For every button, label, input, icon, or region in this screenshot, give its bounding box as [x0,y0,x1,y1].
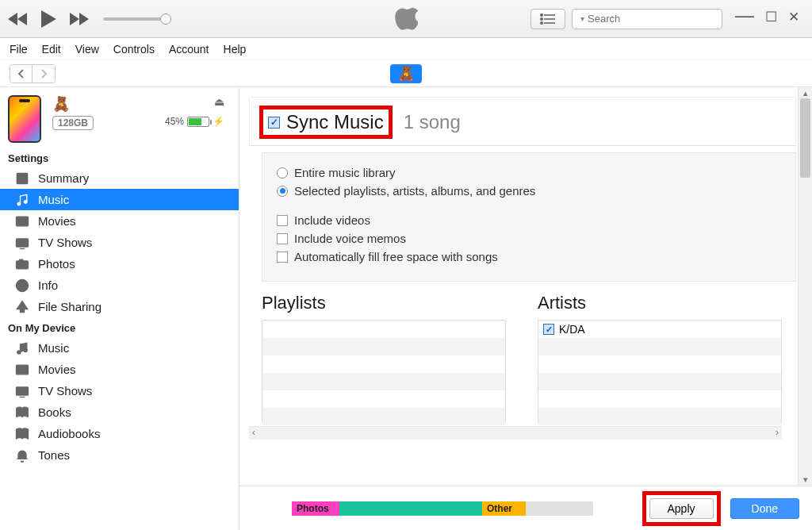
music-note-icon [14,340,30,356]
done-button[interactable]: Done [730,498,799,519]
playback-toolbar: ▾ — ☐ ✕ [0,0,812,38]
sync-music-title: Sync Music [286,111,384,133]
device-selector-button[interactable]: 🧸 [390,64,422,83]
window-minimize-button[interactable]: — [735,6,754,25]
scroll-down-icon[interactable]: ▾ [799,474,812,485]
volume-slider[interactable] [103,17,167,21]
books-icon [14,405,30,421]
search-field[interactable]: ▾ [572,9,722,29]
artists-heading: Artists [538,293,782,313]
next-track-button[interactable] [68,12,89,26]
summary-icon [14,171,30,186]
radio-entire-library[interactable] [277,167,288,179]
device-thumbnail-icon [8,95,41,143]
horizontal-scrollbar[interactable]: ‹› [249,426,782,440]
sidebar-item-device-books[interactable]: Books [0,401,239,423]
apple-logo-icon [394,6,418,33]
view-queue-button[interactable] [530,9,565,29]
svg-rect-27 [17,365,29,374]
storage-segment-photos: Photos [292,501,339,516]
previous-track-button[interactable] [8,12,29,26]
svg-point-4 [541,17,542,19]
window-close-button[interactable]: ✕ [788,10,799,24]
storage-segment-other: Other [482,501,526,516]
svg-point-26 [24,348,27,351]
footer-bar: Photos Other Apply Done [239,486,812,530]
storage-usage-bar: Photos Other [292,501,593,516]
radio-selected-playlists[interactable] [277,186,288,197]
sidebar-item-photos[interactable]: Photos [0,253,239,275]
vertical-scrollbar[interactable]: ▴ ▾ [798,87,812,486]
checkbox-include-videos-label: Include videos [294,213,370,227]
playlists-listbox[interactable] [262,320,506,423]
sidebar-item-info[interactable]: Info [0,275,239,296]
sidebar-item-filesharing[interactable]: File Sharing [0,296,239,317]
artists-listbox[interactable]: ✓ K/DA [538,320,782,423]
nav-forward-button[interactable] [33,65,55,83]
svg-point-20 [20,262,25,267]
menu-edit[interactable]: Edit [42,43,61,56]
sidebar-item-music[interactable]: Music [0,189,239,210]
svg-point-3 [541,13,542,15]
charging-icon: ⚡ [213,116,224,127]
scroll-left-icon[interactable]: ‹ [249,427,259,438]
svg-point-12 [17,202,21,205]
device-header: 🧸 128GB ⏏ 45% ⚡ [0,87,239,148]
menu-account[interactable]: Account [169,43,209,56]
nav-row: 🧸 [0,60,812,87]
filesharing-icon [14,299,30,315]
menu-view[interactable]: View [75,43,99,56]
sync-options-panel: Entire music library Selected playlists,… [262,152,796,282]
sidebar-item-device-tvshows[interactable]: TV Shows [0,380,239,401]
app-menu-bar: File Edit View Controls Account Help [0,38,812,60]
bell-icon [14,447,30,463]
svg-point-32 [25,430,27,432]
audiobooks-icon [14,426,30,442]
device-capacity-badge: 128GB [52,116,94,130]
checkbox-autofill[interactable] [277,252,288,263]
sidebar-item-device-audiobooks[interactable]: Audiobooks [0,423,239,444]
checkbox-autofill-label: Automatically fill free space with songs [294,250,498,263]
sync-music-header: ✓ Sync Music 1 song [249,97,796,146]
checkbox-include-videos[interactable] [277,215,288,226]
sidebar-item-summary[interactable]: Summary [0,167,239,189]
sync-music-checkbox[interactable]: ✓ [268,117,280,129]
camera-icon [14,256,30,272]
device-avatar-icon: 🧸 [52,95,94,113]
scroll-up-icon[interactable]: ▴ [799,88,812,98]
artist-checkbox[interactable]: ✓ [543,324,554,335]
sidebar-item-device-movies[interactable]: Movies [0,359,239,380]
menu-help[interactable]: Help [224,43,247,56]
svg-point-5 [541,21,542,23]
search-scope-chevron-icon[interactable]: ▾ [580,14,584,23]
battery-status: 45% ⚡ [165,116,224,127]
battery-icon [187,117,209,127]
play-button[interactable] [40,10,57,29]
sync-music-highlight: ✓ Sync Music [259,106,393,139]
playlists-heading: Playlists [262,293,506,313]
storage-segment-apps [339,501,482,516]
sidebar-item-tvshows[interactable]: TV Shows [0,232,239,253]
radio-entire-library-label: Entire music library [294,166,396,179]
sidebar-section-ondevice: On My Device [0,317,239,337]
tv-icon [14,235,30,251]
svg-point-24 [21,282,22,282]
device-avatar-icon: 🧸 [397,65,415,83]
search-input[interactable] [588,13,721,25]
eject-button[interactable]: ⏏ [214,95,224,108]
sidebar-item-device-music[interactable]: Music [0,337,239,359]
tv-icon [14,383,30,399]
list-item[interactable]: ✓ K/DA [538,321,781,338]
scroll-right-icon[interactable]: › [772,427,782,438]
apply-button[interactable]: Apply [649,498,714,519]
nav-back-button[interactable] [10,65,33,83]
menu-controls[interactable]: Controls [113,43,155,56]
movies-icon [14,362,30,378]
window-maximize-button[interactable]: ☐ [765,10,777,24]
sidebar-item-movies[interactable]: Movies [0,210,239,232]
scrollbar-thumb[interactable] [800,98,810,178]
sidebar-item-device-tones[interactable]: Tones [0,444,239,466]
checkbox-include-voice-memos[interactable] [277,233,288,244]
menu-file[interactable]: File [10,43,28,56]
svg-rect-21 [20,259,23,262]
